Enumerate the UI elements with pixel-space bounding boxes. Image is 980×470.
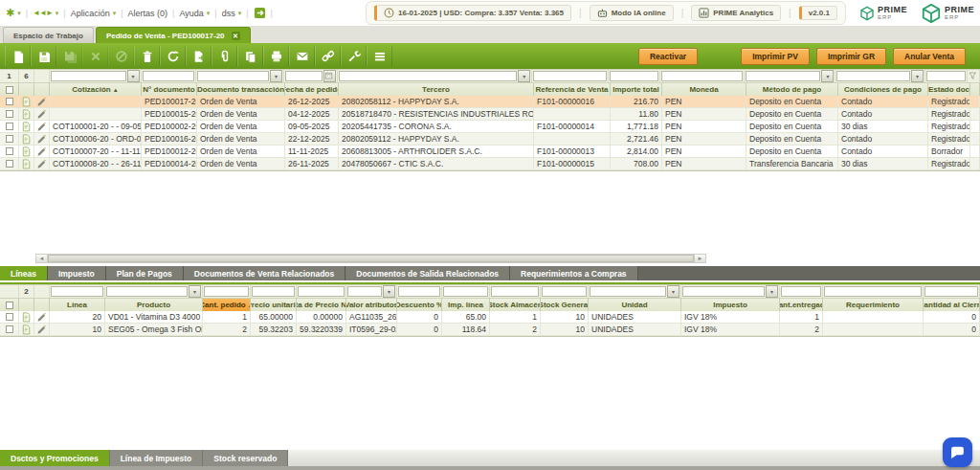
close-tab-icon[interactable]: ✕ — [232, 32, 240, 40]
column-header[interactable]: Importe total — [611, 83, 662, 96]
checkbox[interactable] — [6, 302, 13, 309]
filter-input[interactable] — [590, 286, 666, 297]
tools-icon[interactable] — [341, 46, 367, 66]
tab-líneas[interactable]: Líneas — [0, 266, 48, 280]
filter-input[interactable] — [443, 286, 488, 297]
checkbox[interactable] — [0, 311, 19, 323]
column-header[interactable]: Fecha de pedido — [285, 83, 339, 96]
new-document-icon[interactable] — [5, 46, 31, 66]
edit-pencil-icon[interactable] — [34, 133, 50, 145]
document-icon[interactable] — [19, 133, 34, 145]
analytics-button[interactable]: PRIME Analytics — [691, 5, 781, 21]
tab-línea-de-impuesto[interactable]: Línea de Impuesto — [110, 450, 204, 466]
menu-alertas[interactable]: Alertas (0) — [128, 9, 168, 18]
edit-pencil-icon[interactable] — [34, 121, 50, 132]
logout-button[interactable] — [254, 7, 266, 19]
table-row[interactable]: 20VD01 - Vitamina D3 4000 UI Capsulas Bl… — [0, 311, 980, 324]
table-row[interactable]: COT100008-20 - - 26-11-2025 - 708.0PED10… — [0, 158, 980, 170]
filter-dropdown-icon[interactable]: ▾ — [766, 285, 778, 298]
table-row[interactable]: 10SEG05 - Omega 3 Fish Oil 150 - -259.32… — [0, 324, 980, 336]
filter-input[interactable] — [285, 71, 323, 81]
filter-input[interactable] — [610, 71, 658, 81]
checkbox[interactable] — [0, 133, 19, 145]
edit-pencil-icon[interactable] — [34, 311, 50, 323]
funnel-filter-icon[interactable] — [968, 70, 980, 82]
column-header[interactable]: Estado doc — [928, 83, 970, 96]
checkbox[interactable] — [6, 110, 13, 118]
filter-input[interactable] — [491, 286, 539, 297]
column-header[interactable]: Precio unitario — [251, 299, 297, 311]
copy-icon[interactable] — [237, 46, 263, 66]
filter-dropdown-icon[interactable]: ▾ — [911, 70, 924, 82]
column-header[interactable]: Cantidad al Cierre — [924, 299, 980, 311]
filter-input[interactable] — [682, 286, 765, 297]
filter-input[interactable] — [924, 286, 978, 297]
column-header[interactable]: Línea — [50, 299, 105, 311]
filter-input[interactable] — [252, 286, 295, 297]
menu-user[interactable]: dss ▾ — [222, 9, 242, 18]
checkbox[interactable] — [6, 135, 13, 143]
reactivar-button[interactable]: Reactivar — [638, 48, 698, 65]
filter-input[interactable] — [197, 71, 269, 81]
checkbox[interactable] — [6, 147, 13, 155]
imprimir-pv-button[interactable]: Imprimir PV — [741, 48, 810, 65]
document-icon[interactable] — [19, 311, 34, 323]
workspace-tab[interactable]: Espacio de Trabajo — [3, 27, 94, 43]
edit-pencil-icon[interactable] — [34, 158, 50, 169]
tab-requerimientos-a-compras[interactable]: Requerimientos a Compras — [510, 266, 638, 280]
checkbox[interactable] — [0, 145, 19, 157]
checkbox[interactable] — [6, 313, 13, 321]
calendar-icon[interactable] — [323, 70, 336, 82]
checkbox[interactable] — [6, 98, 13, 105]
chat-button[interactable] — [943, 437, 972, 467]
column-header[interactable]: Condiciones de pago — [838, 83, 928, 96]
checkbox[interactable] — [0, 96, 19, 107]
column-header[interactable]: Stock General — [541, 299, 589, 311]
filter-input[interactable] — [781, 286, 821, 297]
export-icon[interactable] — [186, 46, 212, 66]
filter-dropdown-icon[interactable]: ▾ — [189, 285, 201, 298]
filter-input[interactable] — [347, 286, 382, 297]
column-header[interactable]: Requerimiento — [823, 299, 924, 311]
column-header[interactable]: Cotización▲ — [50, 83, 142, 96]
save-icon[interactable] — [31, 46, 56, 66]
filter-input[interactable] — [533, 71, 607, 81]
column-header[interactable]: Descuento % — [397, 299, 442, 311]
column-header[interactable]: Impuesto — [681, 299, 780, 311]
record-nav-menu[interactable]: ◄◄► ▾ — [33, 9, 58, 17]
column-header[interactable]: Cant.entregada — [780, 299, 823, 311]
tab-dsctos-y-promociones[interactable]: Dsctos y Promociones — [0, 450, 110, 466]
document-icon[interactable] — [19, 121, 34, 132]
filter-dropdown-icon[interactable]: ▾ — [821, 70, 834, 82]
favorites-menu[interactable]: ✱ ▾ — [6, 8, 21, 18]
edit-pencil-icon[interactable] — [34, 145, 50, 157]
table-row[interactable]: COT100001-20 - - 09-05-2025 - 1921PED100… — [0, 121, 980, 133]
column-header[interactable]: Stock Almacén — [490, 299, 541, 311]
filter-input[interactable] — [824, 286, 922, 297]
refresh-icon[interactable] — [160, 46, 186, 66]
filter-input[interactable] — [51, 71, 126, 81]
document-icon[interactable] — [19, 96, 34, 107]
filter-input[interactable] — [661, 71, 743, 81]
tab-plan-de-pagos[interactable]: Plan de Pagos — [106, 266, 184, 280]
link-icon[interactable] — [315, 46, 341, 66]
delete-icon[interactable] — [134, 46, 160, 66]
list-icon[interactable] — [367, 46, 392, 66]
attachment-icon[interactable] — [212, 46, 237, 66]
column-header[interactable]: Referencia de Venta — [534, 83, 611, 96]
menu-aplicacion[interactable]: Aplicación ▾ — [71, 9, 117, 18]
tab-documentos-de-salida-relacionados[interactable]: Documentos de Salida Relacionados — [345, 266, 510, 280]
column-header[interactable]: Tercero — [339, 83, 534, 96]
edit-pencil-icon[interactable] — [34, 96, 50, 107]
tab-stock-reservado[interactable]: Stock reservado — [203, 450, 288, 466]
filter-dropdown-icon[interactable]: ▾ — [667, 285, 679, 298]
column-header[interactable]: Documento transacción — [197, 83, 285, 96]
filter-dropdown-icon[interactable]: ▾ — [127, 70, 140, 82]
filter-input[interactable] — [746, 71, 821, 81]
table-row[interactable]: COT100006-20 - ORD-0520 - 11-11-20PED100… — [0, 133, 980, 145]
tab-documentos-de-venta-relacionados[interactable]: Documentos de Venta Relacionados — [184, 266, 345, 280]
checkbox[interactable] — [0, 121, 19, 132]
filter-input[interactable] — [106, 286, 188, 297]
column-header[interactable]: Cant. pedido▲ — [203, 299, 251, 311]
select-all-checkbox[interactable] — [0, 299, 19, 311]
